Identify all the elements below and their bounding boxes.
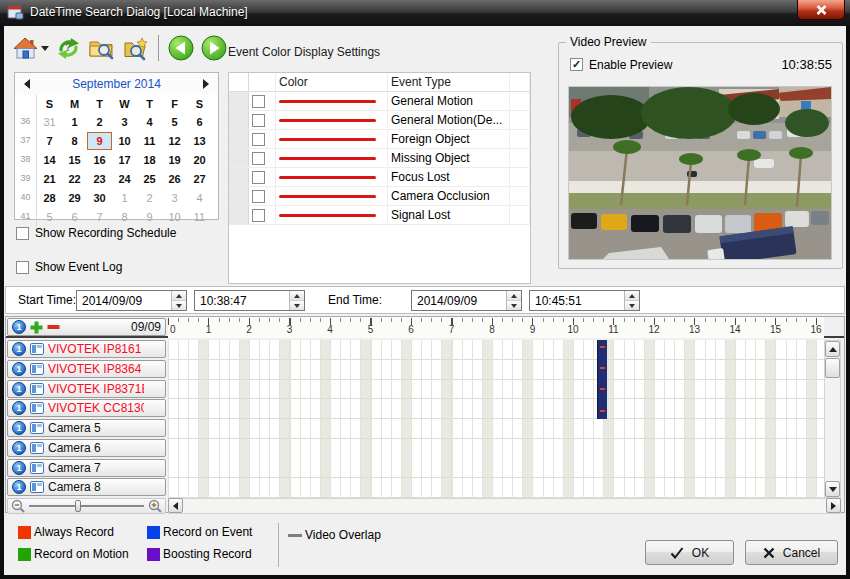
- spin-down-icon[interactable]: [507, 301, 521, 310]
- calendar-day[interactable]: 8: [112, 211, 137, 223]
- calendar-day[interactable]: 11: [137, 135, 162, 147]
- calendar-day[interactable]: 12: [162, 135, 187, 147]
- camera-row[interactable]: 1 VIVOTEK IP8161: [7, 340, 166, 358]
- calendar-day[interactable]: 2: [137, 192, 162, 204]
- timeline-grid[interactable]: [168, 340, 824, 498]
- vertical-scroll-thumb[interactable]: [825, 358, 840, 378]
- spin-up-icon[interactable]: [290, 291, 304, 301]
- calendar-day[interactable]: 6: [62, 211, 87, 223]
- show-event-log-checkbox[interactable]: [16, 261, 29, 274]
- calendar-day[interactable]: 9: [137, 211, 162, 223]
- calendar-day[interactable]: 20: [187, 154, 212, 166]
- calendar-next-month-icon[interactable]: [203, 79, 209, 89]
- event-search-folder-icon[interactable]: [122, 36, 149, 61]
- calendar-day[interactable]: 4: [137, 116, 162, 128]
- chevron-down-icon: [41, 46, 49, 51]
- close-button[interactable]: [797, 0, 845, 20]
- calendar-day[interactable]: 29: [62, 192, 87, 204]
- scroll-right-button[interactable]: [826, 498, 841, 513]
- calendar-day[interactable]: 3: [162, 192, 187, 204]
- calendar-day[interactable]: 15: [62, 154, 87, 166]
- calendar-day[interactable]: 22: [62, 173, 87, 185]
- calendar-day[interactable]: 17: [112, 154, 137, 166]
- start-date-field[interactable]: 2014/09/09: [76, 290, 187, 311]
- calendar-day[interactable]: 11: [187, 211, 212, 223]
- calendar-day[interactable]: 2: [87, 116, 112, 128]
- calendar-day[interactable]: 19: [162, 154, 187, 166]
- calendar-day[interactable]: 26: [162, 173, 187, 185]
- calendar-day[interactable]: 25: [137, 173, 162, 185]
- vertical-scrollbar[interactable]: [824, 340, 841, 498]
- spin-up-icon[interactable]: [507, 291, 521, 301]
- event-checkbox[interactable]: [252, 114, 265, 127]
- calendar-day[interactable]: 7: [87, 211, 112, 223]
- camera-row[interactable]: 1 VIVOTEK IP8364: [7, 360, 166, 378]
- event-checkbox[interactable]: [252, 152, 265, 165]
- calendar-day[interactable]: 31: [37, 116, 62, 128]
- calendar-day[interactable]: 8: [62, 135, 87, 147]
- calendar-day[interactable]: 1: [62, 116, 87, 128]
- camera-row[interactable]: 1 Camera 8: [7, 478, 166, 496]
- search-folder-icon[interactable]: [88, 36, 115, 61]
- scroll-down-button[interactable]: [825, 481, 840, 497]
- spin-up-icon[interactable]: [625, 291, 639, 301]
- calendar-prev-month-icon[interactable]: [24, 79, 30, 89]
- camera-row[interactable]: 1 VIVOTEK IP8371E: [7, 380, 166, 398]
- camera-row[interactable]: 1 Camera 7: [7, 459, 166, 477]
- spin-down-icon[interactable]: [290, 301, 304, 310]
- event-checkbox[interactable]: [252, 171, 265, 184]
- calendar-day[interactable]: 13: [187, 135, 212, 147]
- camera-row[interactable]: 1 VIVOTEK CC8130: [7, 399, 166, 417]
- reconnect-icon[interactable]: ?: [56, 36, 81, 61]
- calendar-day[interactable]: 3: [112, 116, 137, 128]
- calendar-day-selected[interactable]: 9: [87, 132, 112, 150]
- zoom-out-icon[interactable]: [11, 499, 25, 513]
- calendar-day[interactable]: 10: [162, 211, 187, 223]
- start-time-field[interactable]: 10:38:47: [194, 290, 305, 311]
- calendar-day[interactable]: 28: [37, 192, 62, 204]
- add-icon[interactable]: [30, 321, 43, 334]
- cancel-button[interactable]: Cancel: [745, 540, 838, 565]
- end-time-field[interactable]: 10:45:51: [529, 290, 640, 311]
- calendar-day[interactable]: 21: [37, 173, 62, 185]
- next-day-button[interactable]: [201, 35, 227, 61]
- event-checkbox[interactable]: [252, 95, 265, 108]
- calendar-day[interactable]: 23: [87, 173, 112, 185]
- calendar-day[interactable]: 7: [37, 135, 62, 147]
- end-date-field[interactable]: 2014/09/09: [411, 290, 522, 311]
- enable-preview-checkbox[interactable]: [570, 58, 583, 71]
- calendar-day[interactable]: 24: [112, 173, 137, 185]
- camera-icon: [30, 442, 44, 454]
- calendar-day[interactable]: 18: [137, 154, 162, 166]
- zoom-in-icon[interactable]: [148, 499, 162, 513]
- timeline-ruler[interactable]: 0 1 2 3 4 5 6 7 8 9 10 11 12 13 14 15 16: [168, 317, 824, 338]
- remove-icon[interactable]: [47, 324, 60, 330]
- show-recording-schedule-checkbox[interactable]: [16, 227, 29, 240]
- scroll-up-button[interactable]: [825, 341, 840, 357]
- zoom-slider[interactable]: [29, 505, 144, 507]
- previous-day-button[interactable]: [168, 35, 194, 61]
- calendar-day[interactable]: 16: [87, 154, 112, 166]
- camera-row[interactable]: 1 Camera 6: [7, 439, 166, 457]
- event-checkbox[interactable]: [252, 209, 265, 222]
- calendar-day[interactable]: 5: [162, 116, 187, 128]
- event-checkbox[interactable]: [252, 133, 265, 146]
- ok-button[interactable]: OK: [645, 540, 734, 565]
- calendar-day[interactable]: 1: [112, 192, 137, 204]
- scroll-left-button[interactable]: [168, 498, 183, 513]
- horizontal-scrollbar[interactable]: [168, 498, 841, 514]
- calendar-day[interactable]: 27: [187, 173, 212, 185]
- spin-up-icon[interactable]: [172, 291, 186, 301]
- camera-row[interactable]: 1 Camera 5: [7, 419, 166, 437]
- spin-down-icon[interactable]: [172, 301, 186, 310]
- event-checkbox[interactable]: [252, 190, 265, 203]
- calendar-day[interactable]: 14: [37, 154, 62, 166]
- calendar-day[interactable]: 5: [37, 211, 62, 223]
- calendar-day[interactable]: 30: [87, 192, 112, 204]
- calendar-day[interactable]: 10: [112, 135, 137, 147]
- home-menu-button[interactable]: [12, 36, 49, 61]
- calendar-day[interactable]: 4: [187, 192, 212, 204]
- calendar-day[interactable]: 6: [187, 116, 212, 128]
- zoom-slider-thumb[interactable]: [75, 500, 81, 512]
- spin-down-icon[interactable]: [625, 301, 639, 310]
